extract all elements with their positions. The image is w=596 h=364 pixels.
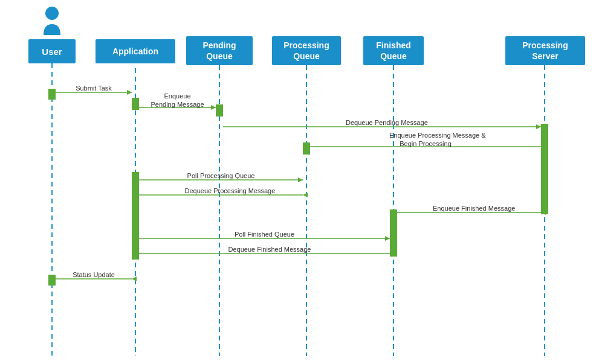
arrow-label: Dequeue Processing Message — [185, 187, 258, 195]
arrow-label: Submit Task — [57, 84, 130, 92]
arrow-label: Enqueue Finished Message — [433, 204, 505, 212]
svg-rect-6 — [48, 89, 56, 100]
svg-marker-29 — [385, 236, 390, 241]
actor-box-processing-server: ProcessingServer — [505, 36, 585, 65]
actor-box-application: Application — [96, 39, 175, 63]
svg-marker-27 — [541, 210, 546, 215]
svg-rect-7 — [132, 98, 139, 110]
arrow-label: Poll Finished Queue — [228, 230, 301, 238]
svg-marker-33 — [132, 276, 137, 281]
arrow-label: Dequeue Pending Message — [346, 118, 418, 127]
svg-marker-19 — [536, 124, 541, 129]
arrow-label: Poll Processing Queue — [185, 171, 258, 180]
svg-point-34 — [45, 7, 59, 20]
svg-rect-12 — [390, 209, 397, 257]
svg-rect-13 — [48, 275, 56, 286]
svg-marker-21 — [541, 144, 546, 149]
svg-rect-10 — [303, 142, 310, 155]
svg-marker-25 — [303, 193, 308, 197]
actor-box-finished-queue: FinishedQueue — [363, 36, 424, 65]
user-icon — [41, 6, 63, 39]
arrow-label: Status Update — [57, 270, 130, 279]
actor-box-user: User — [28, 39, 76, 63]
arrow-label: EnqueuePending Message — [141, 92, 214, 109]
actor-box-processing-queue: ProcessingQueue — [272, 36, 341, 65]
sequence-diagram: UserApplicationPendingQueueProcessingQue… — [0, 0, 596, 364]
svg-rect-9 — [541, 124, 548, 214]
svg-rect-11 — [132, 172, 139, 260]
arrow-label: Enqueue Processing Message &Begin Proces… — [389, 131, 462, 148]
svg-rect-8 — [216, 104, 223, 117]
actor-box-pending-queue: PendingQueue — [186, 36, 253, 65]
svg-marker-31 — [390, 251, 395, 256]
arrow-label: Dequeue Finished Message — [228, 245, 301, 254]
svg-marker-23 — [298, 177, 303, 182]
